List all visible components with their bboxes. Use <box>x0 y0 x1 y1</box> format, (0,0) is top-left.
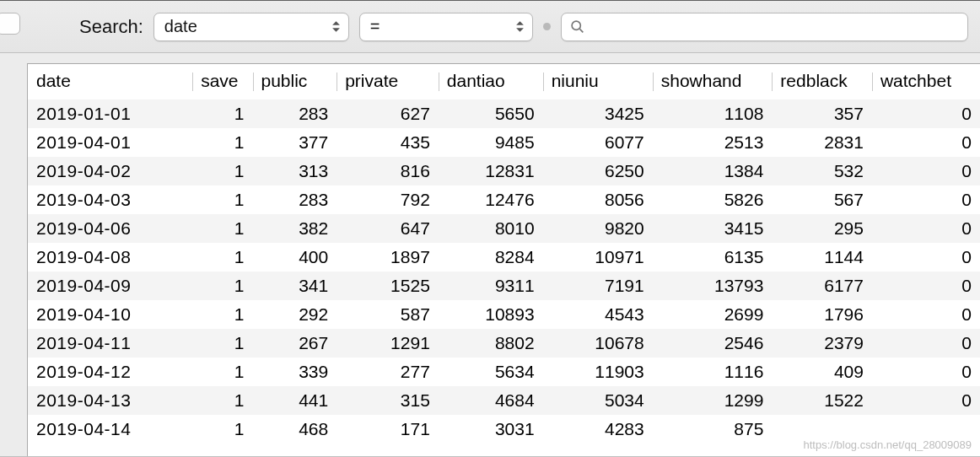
cell-watchbet: 0 <box>872 272 980 300</box>
column-header-private[interactable]: private <box>337 64 439 99</box>
cell-redblack: 6177 <box>772 272 872 300</box>
data-table-wrap: date save public private dantiao niuniu … <box>27 63 980 456</box>
column-header-redblack[interactable]: redblack <box>772 64 872 99</box>
search-toolbar: Search: date = <box>0 1 980 53</box>
cell-private: 627 <box>337 99 439 128</box>
cell-date: 2019-04-13 <box>28 386 192 415</box>
svg-point-0 <box>572 21 580 30</box>
cell-private: 587 <box>337 300 439 329</box>
cell-dantiao: 10893 <box>439 300 543 329</box>
cell-niuniu: 6250 <box>543 157 653 185</box>
cell-save: 1 <box>192 157 252 185</box>
cell-public: 292 <box>253 300 337 329</box>
cell-dantiao: 5634 <box>439 358 543 386</box>
search-icon <box>570 19 584 34</box>
cell-watchbet: 0 <box>872 329 980 358</box>
table-row[interactable]: 2019-04-0613826478010982034152950 <box>28 214 980 243</box>
table-row[interactable]: 2019-04-02131381612831625013845320 <box>28 157 980 185</box>
cell-save: 1 <box>192 214 252 243</box>
cell-dantiao: 12476 <box>439 185 543 214</box>
cell-dantiao: 12831 <box>439 157 543 185</box>
cell-save: 1 <box>192 128 252 157</box>
cell-public: 382 <box>253 214 337 243</box>
cell-showhand: 2699 <box>653 300 773 329</box>
toolbar-left-capsule <box>0 13 20 35</box>
column-header-public[interactable]: public <box>253 64 337 99</box>
cell-watchbet: 0 <box>872 128 980 157</box>
cell-watchbet: 0 <box>872 99 980 128</box>
cell-public: 377 <box>253 128 337 157</box>
cell-niuniu: 5034 <box>543 386 653 415</box>
cell-showhand: 5826 <box>653 185 773 214</box>
cell-redblack <box>772 415 872 444</box>
cell-public: 283 <box>253 185 337 214</box>
table-row[interactable]: 2019-04-12133927756341190311164090 <box>28 358 980 386</box>
cell-private: 315 <box>337 386 439 415</box>
cell-showhand: 2513 <box>653 128 773 157</box>
cell-date: 2019-04-02 <box>28 157 192 185</box>
cell-dantiao: 5650 <box>439 99 543 128</box>
search-label: Search: <box>79 16 143 38</box>
cell-niuniu: 4283 <box>543 415 653 444</box>
cell-private: 1525 <box>337 272 439 300</box>
column-header-niuniu[interactable]: niuniu <box>543 64 653 99</box>
status-dot <box>543 23 551 30</box>
table-row[interactable]: 2019-04-14146817130314283875 <box>28 415 980 444</box>
cell-watchbet: 0 <box>872 157 980 185</box>
cell-showhand: 875 <box>653 415 773 444</box>
column-header-dantiao[interactable]: dantiao <box>439 64 543 99</box>
chevron-up-down-icon <box>514 17 527 37</box>
cell-showhand: 13793 <box>653 272 773 300</box>
search-input-wrap[interactable] <box>561 13 968 41</box>
cell-date: 2019-04-03 <box>28 185 192 214</box>
cell-redblack: 295 <box>772 214 872 243</box>
table-row[interactable]: 2019-04-13144131546845034129915220 <box>28 386 980 415</box>
table-row[interactable]: 2019-04-0913411525931171911379361770 <box>28 272 980 300</box>
cell-redblack: 2831 <box>772 128 872 157</box>
column-header-save[interactable]: save <box>192 64 252 99</box>
cell-watchbet: 0 <box>872 386 980 415</box>
cell-private: 816 <box>337 157 439 185</box>
cell-public: 313 <box>253 157 337 185</box>
cell-save: 1 <box>192 415 252 444</box>
cell-showhand: 1299 <box>653 386 773 415</box>
data-table-area: date save public private dantiao niuniu … <box>0 53 980 456</box>
table-header-row: date save public private dantiao niuniu … <box>28 64 980 99</box>
cell-niuniu: 10678 <box>543 329 653 358</box>
cell-showhand: 1108 <box>653 99 773 128</box>
table-row[interactable]: 2019-01-0112836275650342511083570 <box>28 99 980 128</box>
cell-save: 1 <box>192 243 252 272</box>
cell-watchbet: 0 <box>872 300 980 329</box>
cell-private: 1291 <box>337 329 439 358</box>
cell-save: 1 <box>192 329 252 358</box>
table-row[interactable]: 2019-04-0814001897828410971613511440 <box>28 243 980 272</box>
cell-redblack: 409 <box>772 358 872 386</box>
search-operator-select[interactable]: = <box>359 13 533 41</box>
column-header-watchbet[interactable]: watchbet <box>872 64 980 99</box>
cell-private: 277 <box>337 358 439 386</box>
cell-dantiao: 8010 <box>439 214 543 243</box>
search-field-select[interactable]: date <box>153 13 349 41</box>
data-table: date save public private dantiao niuniu … <box>28 64 980 444</box>
cell-watchbet: 0 <box>872 185 980 214</box>
cell-redblack: 1144 <box>772 243 872 272</box>
cell-dantiao: 9485 <box>439 128 543 157</box>
table-row[interactable]: 2019-04-01137743594856077251328310 <box>28 128 980 157</box>
cell-watchbet: 0 <box>872 214 980 243</box>
cell-date: 2019-04-01 <box>28 128 192 157</box>
cell-date: 2019-04-14 <box>28 415 192 444</box>
cell-date: 2019-04-08 <box>28 243 192 272</box>
cell-private: 1897 <box>337 243 439 272</box>
table-row[interactable]: 2019-04-1112671291880210678254623790 <box>28 329 980 358</box>
table-row[interactable]: 2019-04-03128379212476805658265670 <box>28 185 980 214</box>
column-header-showhand[interactable]: showhand <box>653 64 773 99</box>
cell-showhand: 1384 <box>653 157 773 185</box>
cell-redblack: 1796 <box>772 300 872 329</box>
table-row[interactable]: 2019-04-101292587108934543269917960 <box>28 300 980 329</box>
search-input[interactable] <box>591 18 959 36</box>
column-header-date[interactable]: date <box>28 64 192 99</box>
cell-public: 400 <box>253 243 337 272</box>
cell-public: 468 <box>253 415 337 444</box>
cell-showhand: 6135 <box>653 243 773 272</box>
cell-niuniu: 3425 <box>543 99 653 128</box>
